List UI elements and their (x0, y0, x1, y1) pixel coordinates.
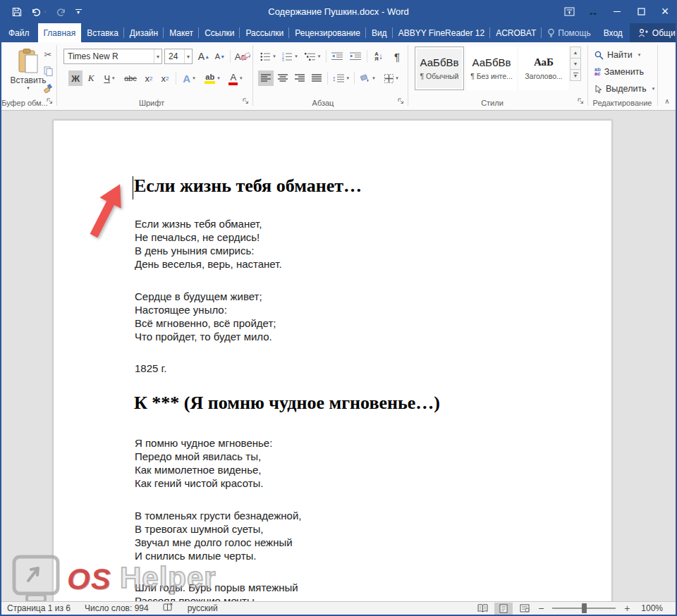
borders-button[interactable] (381, 70, 402, 86)
tab-acrobat[interactable]: ACROBAT (490, 23, 542, 42)
word-count[interactable]: Число слов: 994 (78, 603, 156, 613)
select-button[interactable]: Выделить (594, 82, 654, 96)
align-center-button[interactable] (275, 70, 291, 86)
shrink-font-button[interactable]: А▼ (212, 49, 228, 64)
shading-button[interactable] (357, 70, 378, 86)
share-label: Общий доступ (652, 28, 677, 38)
ribbon: Вставить ▾ ✂ Буфер обм... Times New R▾ 2… (0, 42, 677, 111)
cursor-arrow-icon (594, 85, 602, 94)
styles-scroll-down-button[interactable]: ▼ (570, 58, 581, 70)
close-button[interactable]: × (653, 0, 677, 23)
undo-button[interactable] (31, 7, 47, 17)
resize-arrows-icon: ↔ (581, 0, 605, 23)
zoom-slider-thumb[interactable] (582, 603, 587, 613)
redo-button[interactable] (56, 7, 66, 17)
align-right-button[interactable] (292, 70, 307, 86)
font-size-combo[interactable]: 24▾ (164, 49, 193, 64)
customize-qat-button[interactable]: ▾ (75, 9, 82, 14)
copy-button[interactable] (41, 63, 55, 79)
search-icon (594, 51, 604, 60)
poem2-stanza2: В томленьях грусти безнадежной, В тревог… (135, 509, 301, 562)
text-effects-button[interactable]: А (179, 70, 199, 86)
language-indicator[interactable]: русский (181, 603, 225, 613)
decrease-indent-button[interactable] (329, 49, 346, 64)
share-button[interactable]: Общий доступ (630, 23, 677, 42)
zoom-out-button[interactable]: − (537, 603, 545, 614)
tab-view[interactable]: Вид (366, 23, 393, 42)
replace-button[interactable]: ab ac Заменить (594, 65, 644, 79)
ribbon-display-options-button[interactable] (557, 0, 581, 23)
format-painter-button[interactable] (41, 80, 55, 96)
tab-help[interactable]: Помощь (542, 23, 596, 42)
paragraph-group-label: Абзац (252, 99, 394, 107)
bold-button[interactable]: Ж (68, 70, 83, 86)
zoom-in-button[interactable]: + (623, 603, 631, 614)
tab-layout[interactable]: Макет (164, 23, 199, 42)
os-helper-logo-icon (11, 554, 63, 603)
paste-caret: ▾ (27, 85, 30, 91)
multilevel-list-button[interactable] (302, 49, 323, 64)
lightbulb-icon (547, 28, 555, 38)
font-family-combo[interactable]: Times New R▾ (63, 49, 162, 64)
clipboard-dialog-launcher[interactable] (47, 94, 53, 107)
numbering-button[interactable]: 123 (280, 49, 300, 64)
poem1-heading: Если жизнь тебя обманет… (134, 175, 362, 197)
tab-mailings[interactable]: Рассылки (240, 23, 289, 42)
font-dialog-launcher[interactable] (243, 94, 249, 107)
tab-home[interactable]: Главная (38, 23, 82, 42)
collapse-ribbon-button[interactable]: ∧ (660, 93, 674, 109)
bullets-button[interactable] (258, 49, 278, 64)
style-no-spacing[interactable]: АаБбВв ¶ Без инте... (467, 47, 516, 90)
styles-dialog-launcher[interactable] (578, 94, 584, 107)
svg-text:3: 3 (282, 58, 284, 61)
minimize-button[interactable] (605, 0, 629, 23)
show-marks-button[interactable]: ¶ (389, 49, 405, 64)
document-page[interactable]: Если жизнь тебя обманет… Если жизнь тебя… (53, 120, 612, 603)
cut-button[interactable]: ✂ (41, 47, 55, 62)
paragraph-dialog-launcher[interactable] (398, 94, 404, 107)
poem1-date: 1825 г. (135, 362, 166, 375)
watermark-os-text: OS (67, 562, 111, 596)
window-controls: ↔ × (557, 0, 677, 23)
poem2-stanza1: Я помню чудное мгновенье: Передо мной яв… (135, 436, 272, 490)
tab-review[interactable]: Рецензирование (289, 23, 366, 42)
clear-formatting-button[interactable] (238, 49, 252, 64)
line-spacing-button[interactable]: ↕ (330, 70, 351, 86)
superscript-button[interactable]: x2 (157, 70, 173, 86)
font-color-button[interactable]: А (226, 70, 245, 86)
underline-button[interactable]: Ч (99, 70, 119, 86)
tab-references[interactable]: Ссылки (199, 23, 240, 42)
poem1-stanza2: Сердце в будущем живет; Настоящее уныло:… (135, 290, 276, 343)
print-layout-button[interactable] (494, 603, 513, 615)
align-left-button[interactable] (258, 70, 274, 86)
tab-abbyy-finereader[interactable]: ABBYY FineReader 12 (393, 23, 491, 42)
strikethrough-button[interactable]: abc (121, 70, 140, 86)
sign-in-button[interactable]: Вход (597, 23, 630, 42)
styles-scroll-up-button[interactable]: ▲ (570, 47, 581, 58)
highlight-color-button[interactable]: ab (202, 70, 223, 86)
justify-button[interactable] (309, 70, 324, 86)
restore-button[interactable] (629, 0, 653, 23)
italic-button[interactable]: К (84, 70, 98, 86)
sort-button[interactable]: АЯ ↓ (370, 49, 388, 64)
save-icon[interactable] (12, 7, 22, 17)
grow-font-button[interactable]: А▲ (196, 49, 212, 64)
tab-file[interactable]: Файл (0, 23, 38, 42)
subscript-button[interactable]: x2 (141, 70, 157, 86)
style-normal[interactable]: АаБбВв ¶ Обычный (415, 47, 464, 90)
web-layout-button[interactable] (516, 603, 534, 615)
quick-access-toolbar: ▾ (0, 7, 82, 17)
zoom-slider[interactable] (552, 608, 616, 609)
page-count[interactable]: Страница 1 из 6 (0, 603, 78, 613)
find-button[interactable]: Найти (594, 48, 640, 62)
read-mode-button[interactable] (473, 603, 492, 615)
style-heading1[interactable]: АаБ Заголово... (519, 47, 568, 90)
proofing-icon[interactable] (156, 603, 181, 614)
styles-gallery-more-button[interactable]: ▼ (570, 69, 581, 81)
status-bar-right: − + 100% (473, 603, 677, 615)
zoom-level[interactable]: 100% (634, 603, 671, 613)
tab-insert[interactable]: Вставка (81, 23, 124, 42)
tab-design[interactable]: Дизайн (124, 23, 164, 42)
increase-indent-button[interactable] (347, 49, 364, 64)
font-size-value: 24 (169, 51, 178, 61)
